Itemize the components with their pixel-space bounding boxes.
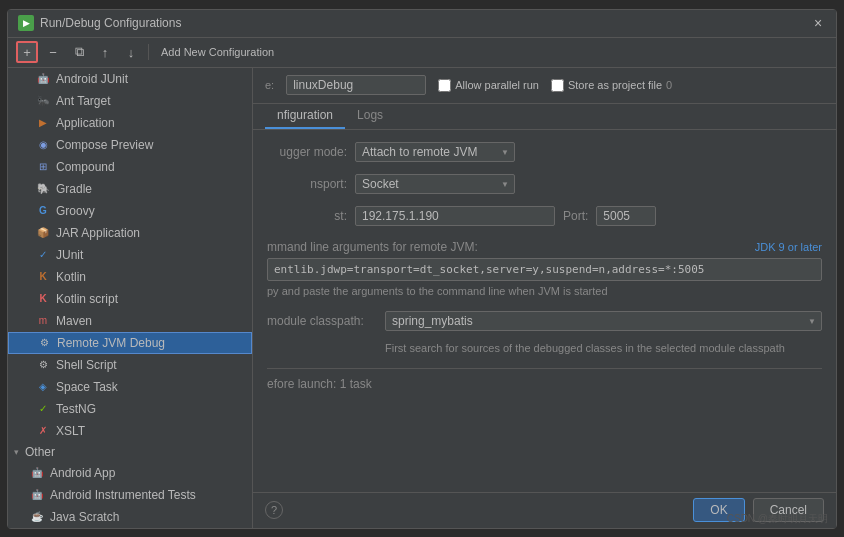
transport-select[interactable]: Socket [355,174,515,194]
host-label: st: [267,209,347,223]
help-button[interactable]: ? [265,501,283,519]
sidebar-item-label-android-instrumented: Android Instrumented Tests [50,488,196,502]
sidebar-item-kotlin[interactable]: K Kotlin [8,266,252,288]
sidebar-item-remote-jvm-debug[interactable]: ⚙ Remote JVM Debug [8,332,252,354]
sidebar-item-label-compose-preview: Compose Preview [56,138,153,152]
add-config-button[interactable]: + [16,41,38,63]
remove-config-button[interactable]: − [42,41,64,63]
java-scratch-icon: ☕ [30,510,44,524]
add-config-label[interactable]: Add New Configuration [155,44,280,60]
sidebar-item-label-java-scratch: Java Scratch [50,510,119,524]
application-icon: ▶ [36,116,50,130]
jdk-link[interactable]: JDK 9 or later [755,241,822,253]
title-bar-left: ▶ Run/Debug Configurations [18,15,181,31]
sidebar-item-compose-preview[interactable]: ◉ Compose Preview [8,134,252,156]
sidebar-item-label-remote-jvm-debug: Remote JVM Debug [57,336,165,350]
sidebar-item-label-groovy: Groovy [56,204,95,218]
allow-parallel-checkbox[interactable] [438,79,451,92]
main-content: 🤖 Android JUnit 🐜 Ant Target ▶ Applicati… [8,68,836,528]
sidebar-item-label-maven: Maven [56,314,92,328]
cmd-value: entlib.jdwp=transport=dt_socket,server=y… [267,258,822,281]
toolbar: + − ⧉ ↑ ↓ Add New Configuration [8,38,836,68]
config-name-input[interactable] [286,75,426,95]
transport-label: nsport: [267,177,347,191]
sidebar-item-android-app[interactable]: 🤖 Android App [8,462,252,484]
module-row: module classpath: spring_mybatis [267,311,822,331]
sidebar-item-label-application: Application [56,116,115,130]
move-down-button[interactable]: ↓ [120,41,142,63]
module-label: module classpath: [267,314,377,328]
sidebar-item-label-shell-script: Shell Script [56,358,117,372]
sidebar-item-gradle[interactable]: 🐘 Gradle [8,178,252,200]
sidebar-item-label-gradle: Gradle [56,182,92,196]
store-project-checkbox[interactable] [551,79,564,92]
store-project-group: Store as project file 0 [551,79,672,92]
sidebar-item-label-testng: TestNG [56,402,96,416]
sidebar-item-android-junit[interactable]: 🤖 Android JUnit [8,68,252,90]
config-body: ugger mode: Attach to remote JVM nsport:… [253,130,836,492]
close-button[interactable]: × [810,15,826,31]
host-port-row: st: Port: [267,204,822,228]
tab-configuration-label: nfiguration [277,108,333,122]
space-task-icon: ◈ [36,380,50,394]
sidebar-item-label-ant-target: Ant Target [56,94,110,108]
compose-preview-icon: ◉ [36,138,50,152]
debugger-mode-select[interactable]: Attach to remote JVM [355,142,515,162]
debugger-mode-select-wrapper: Attach to remote JVM [355,142,515,162]
sidebar-item-java-scratch[interactable]: ☕ Java Scratch [8,506,252,528]
sidebar-item-xslt[interactable]: ✗ XSLT [8,420,252,442]
dialog-icon: ▶ [18,15,34,31]
store-project-badge: 0 [666,79,672,91]
sidebar-item-application[interactable]: ▶ Application [8,112,252,134]
sidebar-item-label-jar-application: JAR Application [56,226,140,240]
sidebar-item-shell-script[interactable]: ⚙ Shell Script [8,354,252,376]
sidebar-item-groovy[interactable]: G Groovy [8,200,252,222]
host-input[interactable] [355,206,555,226]
config-header: e: Allow parallel run Store as project f… [253,68,836,104]
copy-hint: py and paste the arguments to the comman… [267,285,822,297]
copy-config-button[interactable]: ⧉ [68,41,90,63]
other-expand-icon: ▾ [14,447,19,457]
module-select-wrapper: spring_mybatis [385,311,822,331]
cmd-label-text: mmand line arguments for remote JVM: [267,240,478,254]
config-tabs: nfiguration Logs [253,104,836,130]
sidebar-item-junit[interactable]: ✓ JUnit [8,244,252,266]
tab-configuration[interactable]: nfiguration [265,104,345,129]
gradle-icon: 🐘 [36,182,50,196]
groovy-icon: G [36,204,50,218]
sidebar-item-label-kotlin: Kotlin [56,270,86,284]
debugger-mode-row: ugger mode: Attach to remote JVM [267,140,822,164]
other-section-label: Other [25,445,55,459]
port-input[interactable] [596,206,656,226]
sidebar-item-label-android-junit: Android JUnit [56,72,128,86]
maven-icon: m [36,314,50,328]
sidebar-item-jar-application[interactable]: 📦 JAR Application [8,222,252,244]
android-instrumented-icon: 🤖 [30,488,44,502]
sidebar: 🤖 Android JUnit 🐜 Ant Target ▶ Applicati… [8,68,253,528]
config-name-label: e: [265,79,274,91]
sidebar-item-ant-target[interactable]: 🐜 Ant Target [8,90,252,112]
remote-jvm-debug-icon: ⚙ [37,336,51,350]
sidebar-item-compound[interactable]: ⊞ Compound [8,156,252,178]
sidebar-item-kotlin-script[interactable]: K Kotlin script [8,288,252,310]
sidebar-item-space-task[interactable]: ◈ Space Task [8,376,252,398]
sidebar-item-maven[interactable]: m Maven [8,310,252,332]
store-project-label: Store as project file [568,79,662,91]
sidebar-item-android-instrumented[interactable]: 🤖 Android Instrumented Tests [8,484,252,506]
android-app-icon: 🤖 [30,466,44,480]
sidebar-item-label-space-task: Space Task [56,380,118,394]
jar-application-icon: 📦 [36,226,50,240]
kotlin-script-icon: K [36,292,50,306]
sidebar-item-testng[interactable]: ✓ TestNG [8,398,252,420]
transport-select-wrapper: Socket [355,174,515,194]
xslt-icon: ✗ [36,424,50,438]
shell-script-icon: ⚙ [36,358,50,372]
cmd-section: mmand line arguments for remote JVM: JDK… [267,240,822,297]
before-launch-section: efore launch: 1 task [267,368,822,391]
tab-logs[interactable]: Logs [345,104,395,129]
move-up-button[interactable]: ↑ [94,41,116,63]
module-select[interactable]: spring_mybatis [385,311,822,331]
tab-logs-label: Logs [357,108,383,122]
sidebar-item-label-kotlin-script: Kotlin script [56,292,118,306]
other-section[interactable]: ▾ Other [8,442,252,462]
